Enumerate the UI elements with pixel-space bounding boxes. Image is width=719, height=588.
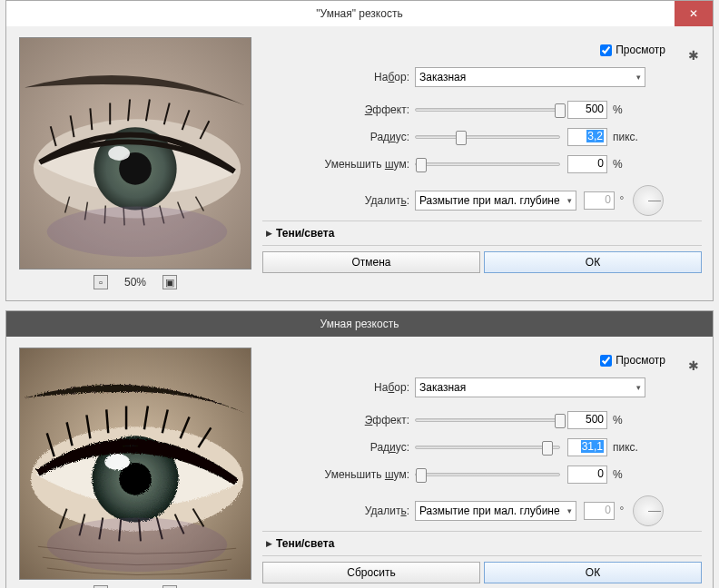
svg-point-22 <box>47 207 227 258</box>
gear-icon[interactable]: ✱ <box>685 47 702 64</box>
amount-field[interactable]: 500 <box>567 411 607 429</box>
degree-symbol: ° <box>615 194 629 207</box>
noise-unit: % <box>607 158 642 171</box>
preview-label: Просмотр <box>616 354 665 367</box>
degree-symbol: ° <box>615 505 629 517</box>
angle-dial[interactable] <box>633 495 664 526</box>
shadows-highlights-disclosure[interactable]: ▶ Тени/света <box>262 531 702 556</box>
dialog-title: Умная резкость <box>320 318 399 330</box>
preset-select[interactable]: Заказная▾ <box>415 67 645 87</box>
chevron-down-icon: ▾ <box>636 383 641 392</box>
close-button[interactable]: ✕ <box>675 1 713 26</box>
amount-label: Эффект: <box>262 103 415 116</box>
smart-sharpen-dialog-1: "Умная" резкость ✕ <box>5 0 714 301</box>
zoom-controls: ▫ 50% ▣ <box>94 275 177 289</box>
shadows-label: Тени/света <box>276 537 334 550</box>
radius-label: Радиус: <box>262 441 415 454</box>
triangle-right-icon: ▶ <box>266 539 272 548</box>
amount-label: Эффект: <box>262 414 415 426</box>
zoom-out-button[interactable]: ▫ <box>94 275 108 289</box>
gear-icon[interactable]: ✱ <box>685 358 702 374</box>
remove-select[interactable]: Размытие при мал. глубине▾ <box>415 501 576 521</box>
angle-field: 0 <box>584 191 615 210</box>
preset-value: Заказная <box>419 71 466 83</box>
radius-thumb[interactable] <box>542 441 553 456</box>
preview-image[interactable] <box>19 37 251 270</box>
shadows-highlights-disclosure[interactable]: ▶ Тени/света <box>262 220 702 246</box>
chevron-down-icon: ▾ <box>567 506 572 515</box>
ok-button[interactable]: ОК <box>484 562 702 583</box>
noise-field[interactable]: 0 <box>567 466 607 484</box>
titlebar[interactable]: Умная резкость <box>6 311 713 337</box>
preview-column: ▫ 50% ▣ <box>17 37 253 289</box>
amount-slider[interactable] <box>415 418 560 422</box>
radius-slider[interactable] <box>415 135 560 139</box>
ok-button[interactable]: ОК <box>484 251 702 273</box>
dialog-title: "Умная" резкость <box>316 7 402 20</box>
chevron-down-icon: ▾ <box>636 73 641 82</box>
radius-slider[interactable] <box>415 446 560 449</box>
close-icon: ✕ <box>689 7 698 20</box>
remove-select[interactable]: Размытие при мал. глубине▾ <box>415 191 576 211</box>
zoom-value: 50% <box>124 276 146 289</box>
preset-select[interactable]: Заказная▾ <box>415 377 645 397</box>
cancel-button[interactable]: Отмена <box>262 251 480 273</box>
preview-label: Просмотр <box>616 44 665 56</box>
preset-label: Набор: <box>262 71 415 83</box>
preview-column: ▫ 50% ▣ <box>17 348 253 588</box>
svg-point-4 <box>108 146 130 161</box>
amount-unit: % <box>607 103 642 116</box>
svg-point-45 <box>47 518 227 573</box>
preview-image[interactable] <box>19 348 251 580</box>
remove-label: Удалить: <box>262 194 415 207</box>
svg-point-27 <box>104 454 130 470</box>
radius-label: Радиус: <box>262 131 415 143</box>
zoom-in-button[interactable]: ▣ <box>163 275 177 289</box>
chevron-down-icon: ▾ <box>567 196 572 205</box>
cancel-button[interactable]: Сбросить <box>262 562 480 583</box>
amount-thumb[interactable] <box>555 414 566 428</box>
radius-thumb[interactable] <box>456 131 467 145</box>
shadows-label: Тени/света <box>276 227 334 240</box>
noise-thumb[interactable] <box>416 468 427 483</box>
preset-label: Набор: <box>262 381 415 394</box>
triangle-right-icon: ▶ <box>266 229 272 238</box>
noise-field[interactable]: 0 <box>567 155 607 173</box>
noise-unit: % <box>607 468 642 481</box>
noise-slider[interactable] <box>415 162 560 166</box>
noise-slider[interactable] <box>415 473 560 476</box>
radius-field[interactable]: 3,2 <box>567 128 607 146</box>
noise-label: Уменьшить шум: <box>262 158 415 171</box>
remove-value: Размытие при мал. глубине <box>419 505 560 517</box>
preview-checkbox[interactable] <box>600 355 612 367</box>
angle-dial[interactable] <box>633 185 664 216</box>
amount-field[interactable]: 500 <box>567 101 607 119</box>
amount-unit: % <box>607 414 642 426</box>
controls-panel: Просмотр ✱ Набор: Заказная▾ Эффект: 500 … <box>262 348 702 588</box>
radius-unit: пикс. <box>607 131 642 143</box>
remove-value: Размытие при мал. глубине <box>419 194 560 207</box>
radius-field[interactable]: 31,1 <box>567 438 607 456</box>
remove-label: Удалить: <box>262 505 415 517</box>
preset-value: Заказная <box>419 381 466 394</box>
noise-thumb[interactable] <box>416 158 427 172</box>
smart-sharpen-dialog-2: Умная резкость <box>5 310 714 588</box>
noise-label: Уменьшить шум: <box>262 468 415 481</box>
preview-checkbox[interactable] <box>600 44 612 56</box>
angle-field: 0 <box>584 502 615 520</box>
titlebar[interactable]: "Умная" резкость ✕ <box>6 1 713 26</box>
radius-unit: пикс. <box>607 441 642 454</box>
amount-slider[interactable] <box>415 108 560 112</box>
controls-panel: Просмотр ✱ Набор: Заказная▾ Эффект: 500 … <box>262 37 702 289</box>
amount-thumb[interactable] <box>555 103 566 118</box>
